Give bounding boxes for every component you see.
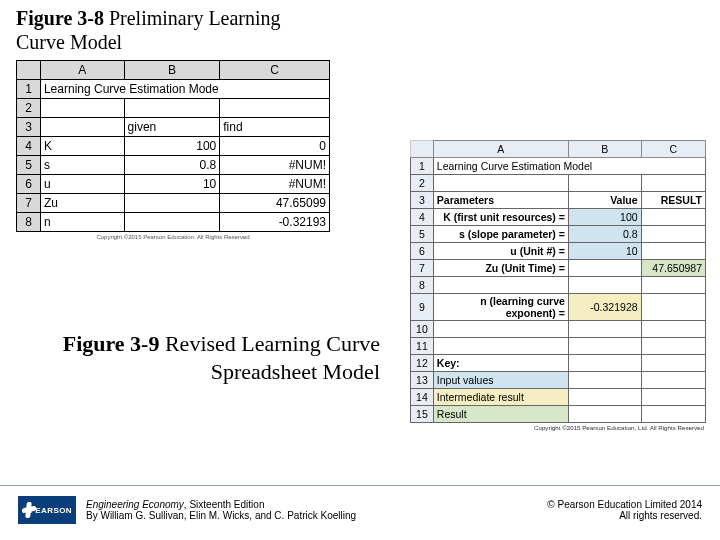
fig39-rownum: 2 <box>411 175 434 192</box>
figure-3-9-rest: Revised Learning Curve Spreadsheet Model <box>159 331 380 384</box>
fig39-value-header: Value <box>568 192 641 209</box>
footer-left: PEARSON Engineering Economy, Sixteenth E… <box>18 496 356 524</box>
fig39-result-header: RESULT <box>641 192 705 209</box>
fig38-Zu-given <box>124 194 220 213</box>
fig39-row-8: 8 <box>411 277 706 294</box>
fig38-row-n: 8 n -0.32193 <box>17 213 330 232</box>
fig38-rownum: 1 <box>17 80 41 99</box>
fig39-title-cell: Learning Curve Estimation Model <box>433 158 705 175</box>
fig39-row-10: 10 <box>411 321 706 338</box>
fig39-row-key: 12 Key: <box>411 355 706 372</box>
figure-3-9-title: Figure 3-9 Revised Learning Curve Spread… <box>60 330 380 386</box>
fig38-given-label: given <box>124 118 220 137</box>
fig39-Zu-value <box>568 260 641 277</box>
footer-credits: Engineering Economy, Sixteenth Edition B… <box>86 499 356 521</box>
fig39-row-u: 6 u (Unit #) = 10 <box>411 243 706 260</box>
pearson-logo: PEARSON <box>18 496 76 524</box>
fig38-corner-cell <box>17 61 41 80</box>
slide: Figure 3-8 Preliminary Learning Curve Mo… <box>0 0 720 540</box>
fig39-row-K: 4 K (first unit resources) = 100 <box>411 209 706 226</box>
fig38-row-Zu: 7 Zu 47.65099 <box>17 194 330 213</box>
fig39-u-label: u (Unit #) = <box>433 243 568 260</box>
fig39-rownum: 5 <box>411 226 434 243</box>
fig38-K-given: 100 <box>124 137 220 156</box>
fig38-K-label: K <box>40 137 124 156</box>
fig39-rownum: 9 <box>411 294 434 321</box>
footer-copyright: © Pearson Education Limited 2014 <box>547 499 702 510</box>
fig39-rownum: 12 <box>411 355 434 372</box>
fig38-copyright: Copyright ©2015 Pearson Education. All R… <box>16 234 330 240</box>
fig38-col-C: C <box>220 61 330 80</box>
figure-3-9-spreadsheet: A B C 1 Learning Curve Estimation Model … <box>410 140 706 431</box>
fig39-K-label: K (first unit resources) = <box>433 209 568 226</box>
fig39-row-11: 11 <box>411 338 706 355</box>
pearson-logo-icon <box>22 502 38 518</box>
fig39-n-label: n (learning curve exponent) = <box>433 294 568 321</box>
fig39-rownum: 11 <box>411 338 434 355</box>
fig39-row-3: 3 Parameters Value RESULT <box>411 192 706 209</box>
fig39-rownum: 8 <box>411 277 434 294</box>
fig38-n-label: n <box>40 213 124 232</box>
fig38-row-1: 1 Learning Curve Estimation Mode <box>17 80 330 99</box>
fig38-n-given <box>124 213 220 232</box>
footer-rights: All rights reserved. <box>547 510 702 521</box>
fig39-col-A: A <box>433 141 568 158</box>
fig39-row-key-result: 15 Result <box>411 406 706 423</box>
fig39-rownum: 15 <box>411 406 434 423</box>
fig38-u-find: #NUM! <box>220 175 330 194</box>
fig39-rownum: 14 <box>411 389 434 406</box>
fig39-rownum: 13 <box>411 372 434 389</box>
fig38-rownum: 5 <box>17 156 41 175</box>
fig38-s-given: 0.8 <box>124 156 220 175</box>
fig39-rownum: 4 <box>411 209 434 226</box>
fig38-col-A: A <box>40 61 124 80</box>
fig38-row-K: 4 K 100 0 <box>17 137 330 156</box>
fig39-Zu-result: 47.650987 <box>641 260 705 277</box>
fig38-u-given: 10 <box>124 175 220 194</box>
fig39-row-key-intermediate: 14 Intermediate result <box>411 389 706 406</box>
fig39-corner-cell <box>411 141 434 158</box>
fig39-row-1: 1 Learning Curve Estimation Model <box>411 158 706 175</box>
fig38-table: A B C 1 Learning Curve Estimation Mode 2… <box>16 60 330 232</box>
fig39-rownum: 3 <box>411 192 434 209</box>
fig39-key-intermediate: Intermediate result <box>433 389 568 406</box>
fig39-s-value: 0.8 <box>568 226 641 243</box>
fig38-rownum: 2 <box>17 99 41 118</box>
fig39-Zu-label: Zu (Unit Time) = <box>433 260 568 277</box>
fig38-u-label: u <box>40 175 124 194</box>
fig38-row-u: 6 u 10 #NUM! <box>17 175 330 194</box>
figure-3-9-label: Figure 3-9 <box>63 331 160 356</box>
fig38-n-find: -0.32193 <box>220 213 330 232</box>
fig39-key-result: Result <box>433 406 568 423</box>
fig38-K-find: 0 <box>220 137 330 156</box>
fig38-rownum: 3 <box>17 118 41 137</box>
fig38-row-3: 3 given find <box>17 118 330 137</box>
figure-3-8-label: Figure 3-8 <box>16 7 104 29</box>
fig39-row-n: 9 n (learning curve exponent) = -0.32192… <box>411 294 706 321</box>
book-authors: By William G. Sullivan, Elin M. Wicks, a… <box>86 510 356 521</box>
fig39-key-input: Input values <box>433 372 568 389</box>
slide-footer: PEARSON Engineering Economy, Sixteenth E… <box>0 485 720 540</box>
fig38-rownum: 6 <box>17 175 41 194</box>
fig39-n-value: -0.321928 <box>568 294 641 321</box>
footer-right: © Pearson Education Limited 2014 All rig… <box>547 499 702 521</box>
fig39-s-label: s (slope parameter) = <box>433 226 568 243</box>
figure-3-8-title: Figure 3-8 Preliminary Learning Curve Mo… <box>16 6 316 54</box>
fig38-row-s: 5 s 0.8 #NUM! <box>17 156 330 175</box>
fig38-s-find: #NUM! <box>220 156 330 175</box>
fig38-find-label: find <box>220 118 330 137</box>
book-edition: , Sixteenth Edition <box>184 499 265 510</box>
fig39-col-B: B <box>568 141 641 158</box>
fig39-row-s: 5 s (slope parameter) = 0.8 <box>411 226 706 243</box>
fig39-key-heading: Key: <box>433 355 568 372</box>
fig38-title-cell: Learning Curve Estimation Mode <box>40 80 329 99</box>
fig38-s-label: s <box>40 156 124 175</box>
fig39-rownum: 1 <box>411 158 434 175</box>
figure-3-8-spreadsheet: A B C 1 Learning Curve Estimation Mode 2… <box>16 60 330 240</box>
fig39-params-header: Parameters <box>433 192 568 209</box>
fig39-rownum: 10 <box>411 321 434 338</box>
fig39-row-2: 2 <box>411 175 706 192</box>
fig39-u-value: 10 <box>568 243 641 260</box>
fig39-K-value: 100 <box>568 209 641 226</box>
fig38-Zu-find: 47.65099 <box>220 194 330 213</box>
